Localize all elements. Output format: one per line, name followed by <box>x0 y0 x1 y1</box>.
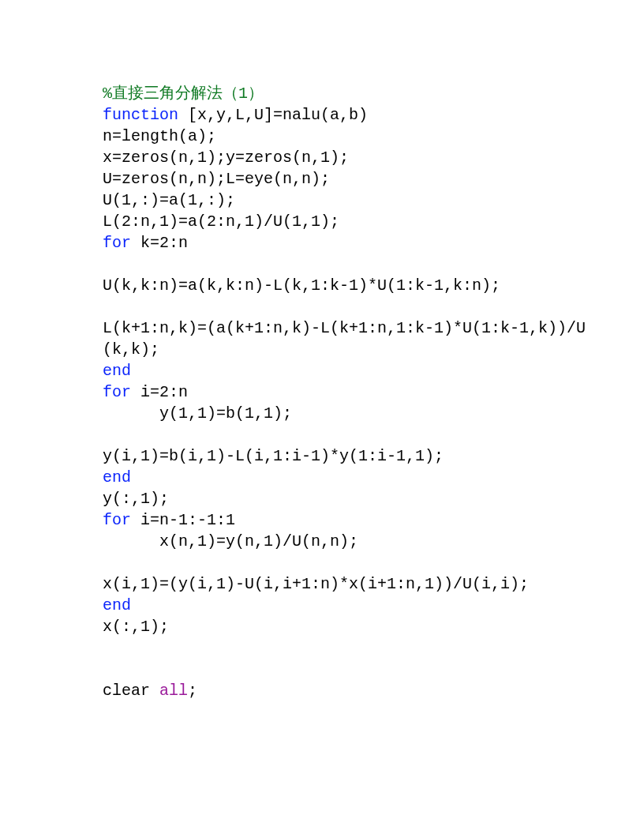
code-line: for k=2:n <box>103 232 589 254</box>
code-token: end <box>103 596 131 614</box>
code-token: for <box>103 511 131 529</box>
code-line <box>103 254 589 275</box>
code-token: i=n-1:-1:1 <box>131 511 235 529</box>
code-line: x(n,1)=y(n,1)/U(n,n); <box>103 531 589 552</box>
code-token: U=zeros(n,n);L=eye(n,n); <box>103 170 330 188</box>
code-line: y(:,1); <box>103 488 589 509</box>
code-token: end <box>103 468 131 486</box>
code-token: x(:,1); <box>103 618 169 636</box>
code-line <box>103 659 589 680</box>
code-line: clear all; <box>103 680 589 701</box>
code-token: k=2:n <box>131 234 188 252</box>
code-line: for i=2:n <box>103 381 589 403</box>
code-token: i=2:n <box>131 383 188 401</box>
code-token: n=length(a); <box>103 127 216 145</box>
code-token: U(1,:)=a(1,:); <box>103 191 235 209</box>
code-token: L(2:n,1)=a(2:n,1)/U(1,1); <box>103 212 339 231</box>
code-line: y(i,1)=b(i,1)-L(i,1:i-1)*y(1:i-1,1); <box>103 445 589 467</box>
code-token: function <box>103 106 178 124</box>
code-line: U=zeros(n,n);L=eye(n,n); <box>103 168 589 190</box>
code-token: y(1,1)=b(1,1); <box>103 404 292 423</box>
code-token: x(i,1)=(y(i,1)-U(i,i+1:n)*x(i+1:n,1))/U(… <box>103 575 529 593</box>
code-line: y(1,1)=b(1,1); <box>103 403 589 424</box>
code-token: clear <box>103 682 159 700</box>
code-line: x(:,1); <box>103 616 589 637</box>
code-line: end <box>103 467 589 488</box>
code-line: for i=n-1:-1:1 <box>103 509 589 531</box>
code-token: %直接三角分解法（1） <box>103 85 264 103</box>
code-token: x(n,1)=y(n,1)/U(n,n); <box>103 532 358 550</box>
code-token: y(i,1)=b(i,1)-L(i,1:i-1)*y(1:i-1,1); <box>103 447 444 465</box>
code-line: L(k+1:n,k)=(a(k+1:n,k)-L(k+1:n,1:k-1)*U(… <box>103 317 589 360</box>
code-token: L(k+1:n,k)=(a(k+1:n,k)-L(k+1:n,1:k-1)*U(… <box>103 319 586 359</box>
code-token: end <box>103 362 131 380</box>
code-page: %直接三角分解法（1）function [x,y,L,U]=nalu(a,b)n… <box>0 0 644 701</box>
code-token: for <box>103 383 131 401</box>
code-line: n=length(a); <box>103 126 589 147</box>
code-line: end <box>103 360 589 381</box>
code-token: ; <box>188 682 197 700</box>
code-token: x=zeros(n,1);y=zeros(n,1); <box>103 148 349 167</box>
code-line: U(k,k:n)=a(k,k:n)-L(k,1:k-1)*U(1:k-1,k:n… <box>103 275 589 296</box>
code-line: x(i,1)=(y(i,1)-U(i,i+1:n)*x(i+1:n,1))/U(… <box>103 573 589 595</box>
code-token: U(k,k:n)=a(k,k:n)-L(k,1:k-1)*U(1:k-1,k:n… <box>103 276 500 295</box>
code-line <box>103 424 589 445</box>
code-line <box>103 637 589 659</box>
code-line <box>103 552 589 573</box>
code-line: x=zeros(n,1);y=zeros(n,1); <box>103 147 589 168</box>
code-line: U(1,:)=a(1,:); <box>103 190 589 211</box>
code-token: for <box>103 234 131 252</box>
code-line: end <box>103 595 589 616</box>
code-token: [x,y,L,U]=nalu(a,b) <box>178 106 368 124</box>
code-line <box>103 296 589 317</box>
code-block: %直接三角分解法（1）function [x,y,L,U]=nalu(a,b)n… <box>103 83 589 701</box>
code-line: L(2:n,1)=a(2:n,1)/U(1,1); <box>103 211 589 232</box>
code-line: %直接三角分解法（1） <box>103 83 589 104</box>
code-token: y(:,1); <box>103 490 169 508</box>
code-line: function [x,y,L,U]=nalu(a,b) <box>103 104 589 126</box>
code-token: all <box>159 682 188 700</box>
